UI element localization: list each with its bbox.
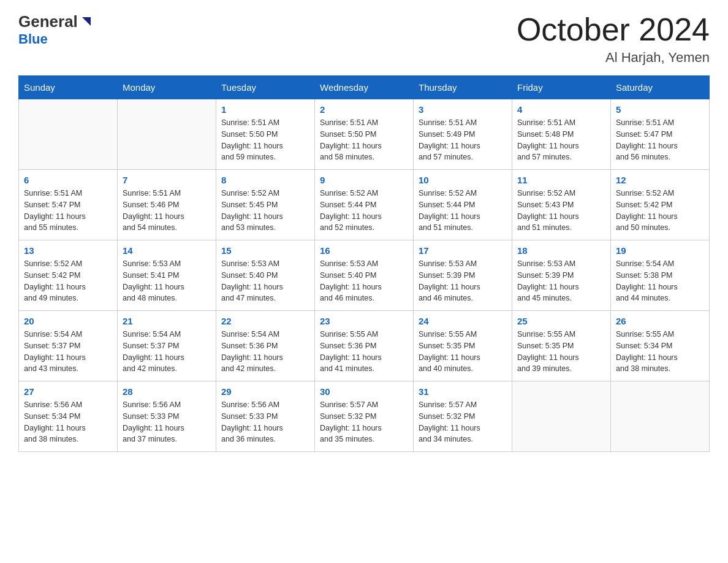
logo-blue: Blue — [18, 31, 48, 47]
logo: General Blue — [18, 12, 91, 47]
calendar-day-cell: 26Sunrise: 5:55 AM Sunset: 5:34 PM Dayli… — [611, 311, 710, 381]
day-info: Sunrise: 5:52 AM Sunset: 5:44 PM Dayligh… — [320, 188, 408, 234]
day-info: Sunrise: 5:52 AM Sunset: 5:44 PM Dayligh… — [419, 188, 507, 234]
logo-triangle-icon — [80, 16, 91, 29]
day-number: 7 — [123, 175, 211, 185]
svg-marker-0 — [82, 17, 91, 26]
day-info: Sunrise: 5:51 AM Sunset: 5:50 PM Dayligh… — [320, 117, 408, 163]
calendar-day-cell: 14Sunrise: 5:53 AM Sunset: 5:41 PM Dayli… — [118, 240, 216, 311]
calendar-header-day: Wednesday — [315, 76, 414, 99]
day-number: 29 — [221, 386, 309, 397]
day-number: 31 — [419, 386, 507, 397]
calendar-header-day: Tuesday — [216, 76, 315, 99]
day-info: Sunrise: 5:51 AM Sunset: 5:49 PM Dayligh… — [419, 117, 507, 163]
day-info: Sunrise: 5:51 AM Sunset: 5:50 PM Dayligh… — [221, 117, 309, 163]
day-info: Sunrise: 5:57 AM Sunset: 5:32 PM Dayligh… — [320, 399, 408, 445]
calendar-day-cell: 1Sunrise: 5:51 AM Sunset: 5:50 PM Daylig… — [216, 99, 315, 170]
calendar-day-cell: 8Sunrise: 5:52 AM Sunset: 5:45 PM Daylig… — [216, 170, 315, 240]
calendar-day-cell — [118, 99, 216, 170]
day-info: Sunrise: 5:51 AM Sunset: 5:46 PM Dayligh… — [123, 188, 211, 234]
calendar-day-cell: 22Sunrise: 5:54 AM Sunset: 5:36 PM Dayli… — [216, 311, 315, 381]
calendar-day-cell: 27Sunrise: 5:56 AM Sunset: 5:34 PM Dayli… — [19, 381, 118, 452]
calendar-table: SundayMondayTuesdayWednesdayThursdayFrid… — [18, 75, 710, 452]
day-number: 27 — [24, 386, 112, 397]
calendar-day-cell — [512, 381, 611, 452]
calendar-day-cell: 5Sunrise: 5:51 AM Sunset: 5:47 PM Daylig… — [611, 99, 710, 170]
calendar-day-cell: 31Sunrise: 5:57 AM Sunset: 5:32 PM Dayli… — [414, 381, 512, 452]
day-number: 26 — [616, 316, 704, 326]
calendar-day-cell: 2Sunrise: 5:51 AM Sunset: 5:50 PM Daylig… — [315, 99, 414, 170]
title-area: October 2024 Al Harjah, Yemen — [517, 12, 710, 66]
calendar-header-row: SundayMondayTuesdayWednesdayThursdayFrid… — [19, 76, 710, 99]
day-info: Sunrise: 5:56 AM Sunset: 5:33 PM Dayligh… — [221, 399, 309, 445]
day-number: 11 — [517, 175, 605, 185]
day-number: 22 — [221, 316, 309, 326]
calendar-day-cell: 6Sunrise: 5:51 AM Sunset: 5:47 PM Daylig… — [19, 170, 118, 240]
day-number: 19 — [616, 245, 704, 256]
calendar-day-cell: 13Sunrise: 5:52 AM Sunset: 5:42 PM Dayli… — [19, 240, 118, 311]
logo-general: General — [18, 12, 78, 31]
calendar-day-cell: 15Sunrise: 5:53 AM Sunset: 5:40 PM Dayli… — [216, 240, 315, 311]
day-number: 28 — [123, 386, 211, 397]
day-number: 13 — [24, 245, 112, 256]
day-info: Sunrise: 5:52 AM Sunset: 5:45 PM Dayligh… — [221, 188, 309, 234]
day-number: 25 — [517, 316, 605, 326]
day-info: Sunrise: 5:54 AM Sunset: 5:36 PM Dayligh… — [221, 329, 309, 375]
day-info: Sunrise: 5:54 AM Sunset: 5:37 PM Dayligh… — [24, 329, 112, 375]
day-info: Sunrise: 5:51 AM Sunset: 5:48 PM Dayligh… — [517, 117, 605, 163]
calendar-day-cell: 24Sunrise: 5:55 AM Sunset: 5:35 PM Dayli… — [414, 311, 512, 381]
calendar-day-cell: 29Sunrise: 5:56 AM Sunset: 5:33 PM Dayli… — [216, 381, 315, 452]
day-number: 10 — [419, 175, 507, 185]
day-number: 15 — [221, 245, 309, 256]
calendar-week-row: 1Sunrise: 5:51 AM Sunset: 5:50 PM Daylig… — [19, 99, 710, 170]
day-number: 14 — [123, 245, 211, 256]
calendar-header-day: Friday — [512, 76, 611, 99]
calendar-day-cell: 11Sunrise: 5:52 AM Sunset: 5:43 PM Dayli… — [512, 170, 611, 240]
day-info: Sunrise: 5:53 AM Sunset: 5:39 PM Dayligh… — [517, 258, 605, 304]
day-number: 3 — [419, 104, 507, 115]
calendar-day-cell: 25Sunrise: 5:55 AM Sunset: 5:35 PM Dayli… — [512, 311, 611, 381]
calendar-subtitle: Al Harjah, Yemen — [517, 50, 710, 66]
day-info: Sunrise: 5:54 AM Sunset: 5:37 PM Dayligh… — [123, 329, 211, 375]
day-number: 18 — [517, 245, 605, 256]
day-info: Sunrise: 5:53 AM Sunset: 5:39 PM Dayligh… — [419, 258, 507, 304]
calendar-week-row: 13Sunrise: 5:52 AM Sunset: 5:42 PM Dayli… — [19, 240, 710, 311]
day-number: 30 — [320, 386, 408, 397]
calendar-day-cell: 7Sunrise: 5:51 AM Sunset: 5:46 PM Daylig… — [118, 170, 216, 240]
day-info: Sunrise: 5:53 AM Sunset: 5:41 PM Dayligh… — [123, 258, 211, 304]
day-number: 4 — [517, 104, 605, 115]
day-number: 1 — [221, 104, 309, 115]
header: General Blue October 2024 Al Harjah, Yem… — [18, 12, 710, 66]
calendar-day-cell: 9Sunrise: 5:52 AM Sunset: 5:44 PM Daylig… — [315, 170, 414, 240]
calendar-day-cell — [19, 99, 118, 170]
calendar-day-cell: 19Sunrise: 5:54 AM Sunset: 5:38 PM Dayli… — [611, 240, 710, 311]
day-number: 24 — [419, 316, 507, 326]
day-number: 16 — [320, 245, 408, 256]
day-info: Sunrise: 5:53 AM Sunset: 5:40 PM Dayligh… — [221, 258, 309, 304]
calendar-header-day: Saturday — [611, 76, 710, 99]
day-number: 9 — [320, 175, 408, 185]
day-number: 21 — [123, 316, 211, 326]
day-number: 17 — [419, 245, 507, 256]
day-info: Sunrise: 5:51 AM Sunset: 5:47 PM Dayligh… — [616, 117, 704, 163]
day-number: 8 — [221, 175, 309, 185]
day-number: 20 — [24, 316, 112, 326]
calendar-day-cell: 23Sunrise: 5:55 AM Sunset: 5:36 PM Dayli… — [315, 311, 414, 381]
calendar-day-cell: 16Sunrise: 5:53 AM Sunset: 5:40 PM Dayli… — [315, 240, 414, 311]
day-info: Sunrise: 5:52 AM Sunset: 5:42 PM Dayligh… — [24, 258, 112, 304]
calendar-week-row: 20Sunrise: 5:54 AM Sunset: 5:37 PM Dayli… — [19, 311, 710, 381]
day-info: Sunrise: 5:54 AM Sunset: 5:38 PM Dayligh… — [616, 258, 704, 304]
calendar-day-cell: 10Sunrise: 5:52 AM Sunset: 5:44 PM Dayli… — [414, 170, 512, 240]
calendar-title: October 2024 — [517, 12, 710, 47]
calendar-day-cell: 17Sunrise: 5:53 AM Sunset: 5:39 PM Dayli… — [414, 240, 512, 311]
calendar-week-row: 6Sunrise: 5:51 AM Sunset: 5:47 PM Daylig… — [19, 170, 710, 240]
day-info: Sunrise: 5:55 AM Sunset: 5:34 PM Dayligh… — [616, 329, 704, 375]
day-number: 12 — [616, 175, 704, 185]
calendar-day-cell: 28Sunrise: 5:56 AM Sunset: 5:33 PM Dayli… — [118, 381, 216, 452]
calendar-header-day: Sunday — [19, 76, 118, 99]
day-info: Sunrise: 5:51 AM Sunset: 5:47 PM Dayligh… — [24, 188, 112, 234]
day-info: Sunrise: 5:56 AM Sunset: 5:34 PM Dayligh… — [24, 399, 112, 445]
calendar-header-day: Monday — [118, 76, 216, 99]
calendar-day-cell: 20Sunrise: 5:54 AM Sunset: 5:37 PM Dayli… — [19, 311, 118, 381]
day-info: Sunrise: 5:52 AM Sunset: 5:42 PM Dayligh… — [616, 188, 704, 234]
